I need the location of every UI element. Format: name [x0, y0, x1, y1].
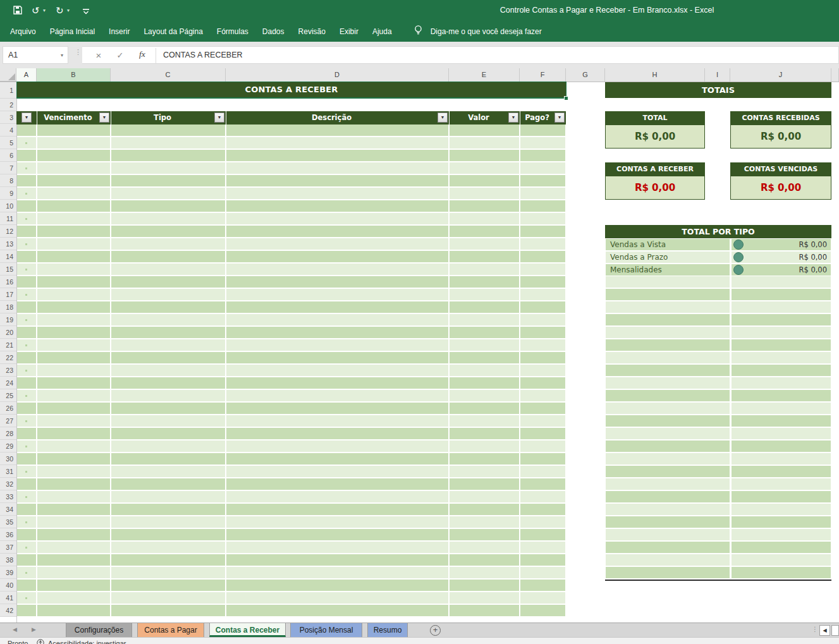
row-header-11[interactable]: 11: [0, 212, 16, 225]
table-cell[interactable]: [520, 162, 565, 174]
redo-dropdown-icon[interactable]: ▾: [67, 8, 70, 13]
table-cell[interactable]: [17, 125, 36, 136]
tipo-empty-cell[interactable]: [732, 491, 831, 502]
table-cell[interactable]: [520, 478, 565, 490]
table-cell[interactable]: [520, 276, 565, 288]
tipo-empty-cell[interactable]: [606, 403, 730, 414]
tipo-empty-cell[interactable]: [606, 428, 730, 439]
table-cell[interactable]: [37, 314, 110, 325]
table-cell[interactable]: [226, 365, 448, 376]
table-cell[interactable]: [111, 504, 225, 515]
table-cell[interactable]: [450, 137, 519, 149]
table-cell[interactable]: [520, 567, 565, 578]
table-cell[interactable]: [37, 516, 110, 528]
table-cell[interactable]: [226, 516, 448, 528]
add-sheet-button[interactable]: +: [430, 625, 441, 636]
row-header-4[interactable]: 4: [0, 124, 16, 137]
table-cell[interactable]: [17, 301, 36, 313]
table-cell[interactable]: [520, 453, 565, 465]
cancel-icon[interactable]: ×: [94, 50, 104, 61]
tipo-empty-cell[interactable]: [732, 301, 831, 313]
table-cell[interactable]: [37, 352, 110, 363]
table-cell[interactable]: [450, 529, 519, 540]
table-cell[interactable]: [450, 491, 519, 502]
accessibility-icon[interactable]: [37, 639, 44, 644]
ribbon-tab-arquivo[interactable]: Arquivo: [8, 27, 39, 36]
tipo-label-cell[interactable]: Vendas a Vista: [606, 239, 730, 250]
table-cell[interactable]: [17, 580, 36, 591]
tipo-empty-cell[interactable]: [606, 352, 730, 363]
table-cell[interactable]: [450, 276, 519, 288]
table-cell[interactable]: [111, 200, 225, 212]
table-cell[interactable]: [226, 440, 448, 452]
table-cell[interactable]: [226, 238, 448, 250]
tipo-value-cell[interactable]: R$ 0,00: [732, 239, 831, 250]
tipo-empty-cell[interactable]: [732, 390, 831, 401]
table-cell[interactable]: [111, 516, 225, 528]
table-cell[interactable]: [226, 529, 448, 540]
ribbon-tab-dados[interactable]: Dados: [260, 27, 287, 36]
table-cell[interactable]: [520, 314, 565, 325]
table-cell[interactable]: [17, 352, 36, 363]
table-cell[interactable]: [450, 567, 519, 578]
redo-icon[interactable]: ↻: [56, 0, 64, 21]
row-header-18[interactable]: 18: [0, 301, 16, 313]
table-cell[interactable]: [37, 175, 110, 186]
table-cell[interactable]: [111, 605, 225, 616]
row-header-1[interactable]: 1: [0, 82, 16, 99]
table-cell[interactable]: [226, 226, 448, 237]
table-cell[interactable]: [520, 251, 565, 262]
table-cell[interactable]: [226, 339, 448, 351]
column-header-A[interactable]: A: [16, 68, 37, 82]
table-cell[interactable]: [111, 554, 225, 566]
tipo-empty-cell[interactable]: [732, 554, 831, 566]
column-header-I[interactable]: I: [705, 68, 730, 82]
table-cell[interactable]: [450, 226, 519, 237]
table-cell[interactable]: [37, 377, 110, 389]
tipo-empty-cell[interactable]: [606, 453, 730, 465]
row-header-17[interactable]: 17: [0, 288, 16, 301]
table-cell[interactable]: [37, 301, 110, 313]
tipo-value-cell[interactable]: R$ 0,00: [732, 252, 831, 263]
table-cell[interactable]: [450, 440, 519, 452]
column-header-C[interactable]: C: [111, 68, 226, 82]
tipo-empty-cell[interactable]: [732, 365, 831, 376]
table-cell[interactable]: [450, 251, 519, 262]
row-header-12[interactable]: 12: [0, 225, 16, 238]
status-accessibility[interactable]: Acessibilidade: investigar: [48, 639, 126, 644]
tipo-empty-cell[interactable]: [732, 415, 831, 427]
tipo-empty-cell[interactable]: [732, 352, 831, 363]
table-cell[interactable]: [226, 314, 448, 325]
table-cell[interactable]: [17, 251, 36, 262]
tabbar-resize-handle[interactable]: ⋮: [812, 626, 818, 633]
tipo-empty-cell[interactable]: [606, 567, 730, 578]
row-header-24[interactable]: 24: [0, 377, 16, 389]
table-cell[interactable]: [226, 150, 448, 161]
row-header-34[interactable]: 34: [0, 503, 16, 516]
undo-icon[interactable]: ↺: [32, 0, 40, 21]
row-header-27[interactable]: 27: [0, 415, 16, 427]
row-header-9[interactable]: 9: [0, 187, 16, 200]
table-cell[interactable]: [37, 453, 110, 465]
tipo-empty-cell[interactable]: [606, 314, 730, 325]
ribbon-tab-ajuda[interactable]: Ajuda: [370, 27, 395, 36]
table-cell[interactable]: [37, 213, 110, 224]
table-cell[interactable]: [520, 352, 565, 363]
sheet-tab-contas-a-pagar[interactable]: Contas a Pagar: [137, 623, 204, 637]
table-cell[interactable]: [226, 554, 448, 566]
table-cell[interactable]: [520, 491, 565, 502]
table-cell[interactable]: [111, 226, 225, 237]
undo-dropdown-icon[interactable]: ▾: [43, 8, 46, 13]
table-cell[interactable]: [226, 453, 448, 465]
table-cell[interactable]: [111, 264, 225, 275]
table-cell[interactable]: [37, 567, 110, 578]
row-header-38[interactable]: 38: [0, 554, 16, 566]
tipo-empty-cell[interactable]: [732, 440, 831, 452]
table-cell[interactable]: [226, 264, 448, 275]
table-cell[interactable]: [37, 554, 110, 566]
table-cell[interactable]: [17, 453, 36, 465]
tipo-empty-cell[interactable]: [732, 403, 831, 414]
table-cell[interactable]: [450, 352, 519, 363]
table-cell[interactable]: [111, 415, 225, 427]
table-cell[interactable]: [226, 377, 448, 389]
